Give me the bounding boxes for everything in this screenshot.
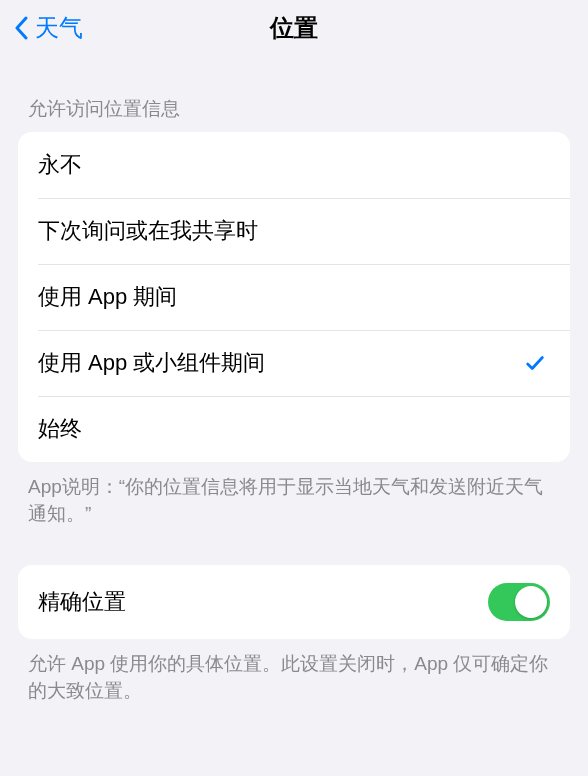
option-label: 使用 App 或小组件期间 [38,348,265,378]
option-while-using-app[interactable]: 使用 App 期间 [18,264,570,330]
page-title: 位置 [270,12,318,44]
precise-location-toggle[interactable] [488,583,550,621]
option-label: 使用 App 期间 [38,282,177,312]
section-footer-precise-explanation: 允许 App 使用你的具体位置。此设置关闭时，App 仅可确定你的大致位置。 [0,639,588,704]
chevron-left-icon [14,16,29,40]
precise-location-label: 精确位置 [38,587,126,617]
option-always[interactable]: 始终 [18,396,570,462]
option-label: 永不 [38,150,82,180]
location-access-group: 永不 下次询问或在我共享时 使用 App 期间 使用 App 或小组件期间 始终 [18,132,570,462]
back-label: 天气 [35,12,83,44]
checkmark-icon [524,352,546,374]
back-button[interactable]: 天气 [0,12,83,44]
option-label: 下次询问或在我共享时 [38,216,258,246]
nav-header: 天气 位置 [0,0,588,56]
section-footer-app-explanation: App说明：“你的位置信息将用于显示当地天气和发送附近天气通知。” [0,462,588,527]
section-header-location-access: 允许访问位置信息 [0,56,588,132]
precise-location-row[interactable]: 精确位置 [18,565,570,639]
precise-location-group: 精确位置 [18,565,570,639]
option-ask-next-time[interactable]: 下次询问或在我共享时 [18,198,570,264]
option-while-using-app-or-widgets[interactable]: 使用 App 或小组件期间 [18,330,570,396]
toggle-knob [515,586,547,618]
option-never[interactable]: 永不 [18,132,570,198]
option-label: 始终 [38,414,82,444]
